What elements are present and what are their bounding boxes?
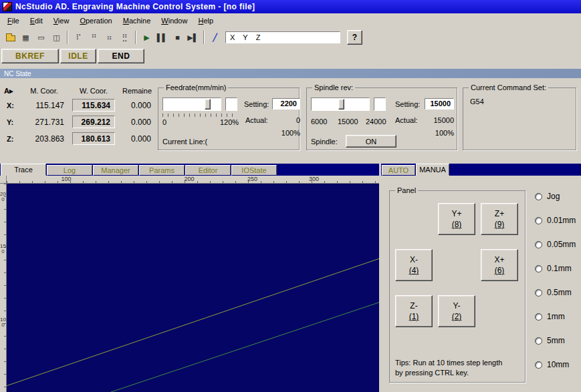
windows-icon[interactable]: ◫ bbox=[49, 30, 64, 45]
window-title: NcStudio AD. Engraving Machine Control S… bbox=[15, 2, 255, 11]
radio-icon bbox=[535, 313, 542, 321]
feedrate-slider-thumb[interactable] bbox=[205, 99, 211, 110]
step-option-1mm[interactable]: 1mm bbox=[535, 312, 576, 321]
feedrate-slider[interactable] bbox=[162, 97, 221, 111]
trace-canvas[interactable] bbox=[7, 184, 379, 392]
z-work-coor: 180.613 bbox=[72, 132, 115, 145]
tab-manual[interactable]: MANUA bbox=[416, 164, 449, 176]
jog-button-label: Y- bbox=[453, 301, 461, 311]
stop-icon[interactable]: ■ bbox=[170, 30, 185, 45]
step-option-label: 10mm bbox=[547, 360, 569, 369]
toolpath-line-upper bbox=[7, 258, 379, 385]
trace-view: 100 200 250 300 200 150 100 bbox=[0, 176, 379, 392]
end-button[interactable]: END bbox=[98, 49, 144, 63]
open-folder-icon[interactable] bbox=[3, 30, 18, 45]
axis-label-x: X: bbox=[4, 102, 19, 110]
app-window: NcStudio AD. Engraving Machine Control S… bbox=[0, 0, 581, 392]
spindle-setting-label: Setting: bbox=[395, 100, 420, 108]
z-remain: 0.000 bbox=[118, 134, 156, 144]
screen-icon[interactable]: ▭ bbox=[33, 30, 49, 45]
tab-trace[interactable]: Trace bbox=[1, 164, 46, 176]
step-option-0.01mm[interactable]: 0.01mm bbox=[535, 216, 576, 225]
menu-help[interactable]: Help bbox=[193, 15, 219, 27]
spindle-slider-endbox bbox=[374, 97, 386, 111]
feedrate-setting-value[interactable]: 2200 bbox=[272, 98, 300, 110]
pen-icon[interactable]: ╱ bbox=[207, 30, 223, 45]
menu-file[interactable]: File bbox=[2, 15, 25, 27]
step-option-0.05mm[interactable]: 0.05mm bbox=[535, 240, 576, 249]
step-option-0.5mm[interactable]: 0.5mm bbox=[535, 288, 576, 297]
pin-icon[interactable]: ⠶ bbox=[102, 30, 117, 45]
jog-panel-group: Panel Y+ (8) Z+ (9) X- (4) bbox=[389, 190, 526, 383]
step-option-label: 0.1mm bbox=[547, 264, 572, 273]
jog-button-key: (9) bbox=[495, 220, 505, 229]
jog-button-key: (8) bbox=[452, 220, 462, 229]
idle-button[interactable]: IDLE bbox=[60, 49, 96, 63]
jog-button-key: (6) bbox=[495, 266, 505, 275]
jog-y-plus-button[interactable]: Y+ (8) bbox=[438, 203, 475, 235]
h-ruler-label: 300 bbox=[309, 176, 319, 182]
radio-icon bbox=[535, 241, 542, 248]
h-ruler-label: 250 bbox=[247, 176, 257, 182]
jog-x-minus-button[interactable]: X- (4) bbox=[395, 249, 433, 281]
command-set-group: Current Command Set: G54 bbox=[463, 87, 576, 150]
pause-icon[interactable]: ▌▌ bbox=[154, 30, 170, 45]
jog-button-label: Y+ bbox=[451, 209, 461, 218]
spindle-actual-value: 15000 bbox=[425, 116, 454, 124]
start-icon[interactable]: ▶ bbox=[139, 30, 154, 45]
title-bar: NcStudio AD. Engraving Machine Control S… bbox=[0, 0, 581, 13]
menu-window[interactable]: Window bbox=[156, 15, 193, 27]
menu-operation[interactable]: Operation bbox=[74, 15, 117, 27]
step-option-0.1mm[interactable]: 0.1mm bbox=[535, 264, 576, 273]
vertical-ruler: 200 150 100 bbox=[0, 184, 7, 392]
tab-params[interactable]: Params bbox=[139, 165, 185, 176]
y-machine-coor: 271.731 bbox=[19, 118, 70, 127]
feedrate-scale-ticks bbox=[162, 114, 237, 117]
step-option-label: 5mm bbox=[547, 336, 565, 345]
menu-machine[interactable]: Machine bbox=[118, 15, 156, 27]
step-option-5mm[interactable]: 5mm bbox=[535, 336, 576, 345]
jog-tips-line1: Tips: Run at 10 times step length bbox=[395, 358, 522, 368]
step-option-jog[interactable]: Jog bbox=[535, 192, 576, 201]
jog-button-label: Z- bbox=[410, 301, 417, 311]
radio-icon bbox=[535, 289, 542, 297]
help-button[interactable]: ? bbox=[347, 30, 362, 45]
nc-state-label: NC State bbox=[4, 70, 31, 77]
download-icon[interactable]: ⣛ bbox=[117, 30, 132, 45]
v-ruler-label: 200 bbox=[0, 192, 6, 202]
spindle-slider[interactable] bbox=[311, 97, 370, 111]
nc-state-bar: NC State bbox=[0, 69, 581, 78]
jog-x-plus-button[interactable]: X+ (6) bbox=[481, 249, 518, 281]
dots-grid-icon[interactable]: ⠛ bbox=[86, 30, 102, 45]
panel-tabstrip: AUTO MANUA bbox=[381, 164, 581, 176]
jog-panel-title: Panel bbox=[395, 186, 418, 194]
menu-view[interactable]: View bbox=[48, 15, 75, 27]
tab-editor[interactable]: Editor bbox=[185, 165, 231, 176]
antenna-icon[interactable]: ⠏ bbox=[71, 30, 86, 45]
radio-icon bbox=[535, 217, 542, 224]
step-option-10mm[interactable]: 10mm bbox=[535, 360, 576, 369]
feedrate-group-title: Feedrate(mm/min) bbox=[164, 83, 228, 91]
step-option-label: Jog bbox=[547, 192, 560, 201]
tab-log[interactable]: Log bbox=[47, 165, 92, 176]
jog-z-minus-button[interactable]: Z- (1) bbox=[395, 295, 433, 327]
tab-manager[interactable]: Manager bbox=[93, 165, 138, 176]
jog-z-plus-button[interactable]: Z+ (9) bbox=[481, 203, 518, 235]
spindle-setting-value[interactable]: 15000 bbox=[425, 98, 454, 110]
jog-tips-line2: by pressing CTRL key. bbox=[395, 368, 522, 378]
x-machine-coor: 115.147 bbox=[19, 101, 70, 110]
tab-iostate[interactable]: IOState bbox=[231, 165, 277, 176]
spindle-label: Spindle: bbox=[311, 138, 338, 146]
menu-bar: File Edit View Operation Machine Window … bbox=[0, 13, 581, 28]
spindle-on-button[interactable]: ON bbox=[346, 135, 396, 148]
axis-combo[interactable]: X Y Z bbox=[225, 31, 340, 43]
bkref-button[interactable]: BKREF bbox=[1, 49, 59, 63]
step-icon[interactable]: ▶▌ bbox=[185, 30, 201, 45]
radio-icon bbox=[535, 265, 542, 272]
remain-header: Remaine bbox=[118, 87, 156, 95]
jog-y-minus-button[interactable]: Y- (2) bbox=[438, 295, 475, 327]
tab-auto[interactable]: AUTO bbox=[382, 165, 415, 176]
save-icon[interactable]: ▦ bbox=[18, 30, 33, 45]
spindle-slider-thumb[interactable] bbox=[338, 99, 344, 110]
menu-edit[interactable]: Edit bbox=[25, 15, 48, 27]
